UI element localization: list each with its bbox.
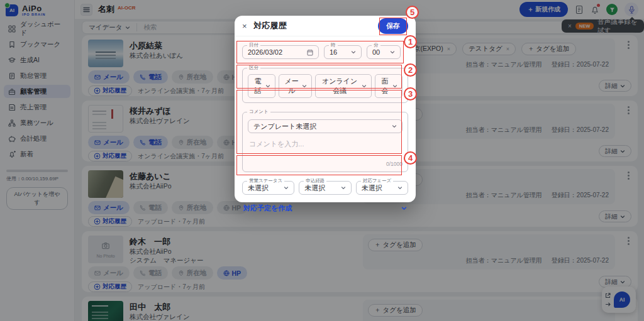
select-label: 申込経路: [304, 178, 326, 184]
対応フェーズ-select[interactable]: 対応フェーズ未選択: [356, 181, 408, 195]
申込経路-select[interactable]: 申込経路未選択: [299, 181, 351, 195]
close-icon[interactable]: ×: [242, 21, 247, 31]
chevron-down-icon: [392, 124, 397, 129]
create-schedule-link[interactable]: 対応予定を作成: [243, 204, 292, 213]
hour-label: 時: [329, 42, 338, 48]
category-fieldset: 区分 電話メールオンライン会議面会: [242, 68, 408, 103]
chevron-down-icon: [362, 84, 367, 89]
chevron-down-icon: [351, 50, 356, 55]
chevron-down-icon[interactable]: [401, 205, 407, 211]
select-value: 未選択: [248, 183, 269, 193]
category-option-メール[interactable]: メール: [279, 74, 312, 98]
date-field[interactable]: 日付 2026/03/02: [242, 45, 319, 59]
chevron-down-icon: [284, 185, 289, 190]
modal-title: 対応履歴: [254, 20, 287, 31]
select-value: 未選択: [362, 183, 382, 193]
chevron-down-icon: [390, 50, 395, 55]
category-option-label: メール: [284, 77, 299, 95]
category-option-label: 面会: [380, 77, 390, 95]
営業ステータス-select[interactable]: 営業ステータス未選択: [242, 181, 294, 195]
minute-label: 分: [372, 42, 380, 48]
category-option-電話[interactable]: 電話: [248, 74, 275, 98]
minute-select[interactable]: 分 00: [367, 45, 401, 59]
hour-value: 16: [330, 48, 337, 56]
category-option-label: 電話: [253, 77, 263, 95]
comment-textarea[interactable]: コメントを入力...: [249, 139, 402, 149]
chevron-down-icon: [265, 84, 270, 89]
chevron-down-icon: [392, 84, 397, 89]
select-label: 営業ステータス: [247, 178, 284, 184]
chevron-down-icon: [302, 84, 307, 89]
app-screen: AI AiPo IPO BRAIN ダッシュボードブックマーク生成AI勤怠管理顧…: [0, 0, 644, 321]
hour-select[interactable]: 時 16: [324, 45, 362, 59]
minute-value: 00: [372, 48, 380, 56]
template-value: テンプレート未選択: [253, 122, 316, 131]
save-button[interactable]: 保存: [378, 18, 408, 34]
select-value: 未選択: [304, 183, 325, 193]
char-counter: 0/1000: [248, 161, 402, 167]
comment-fieldset: コメント テンプレート未選択 コメントを入力... 0/1000: [242, 112, 408, 172]
date-label: 日付: [247, 42, 260, 48]
chevron-down-icon: [341, 185, 346, 190]
response-history-modal: × 対応履歴 保存 日付 2026/03/02 時 16: [235, 16, 416, 202]
template-select[interactable]: テンプレート未選択: [248, 119, 402, 133]
category-option-面会[interactable]: 面会: [375, 74, 402, 98]
calendar-icon[interactable]: [307, 49, 313, 56]
comment-label: コメント: [247, 109, 270, 115]
date-value: 2026/03/02: [248, 48, 282, 56]
category-option-label: オンライン会議: [320, 77, 359, 95]
category-label: 区分: [247, 65, 260, 71]
chevron-down-icon: [397, 185, 402, 190]
category-option-オンライン会議[interactable]: オンライン会議: [315, 74, 372, 98]
select-label: 対応フェーズ: [361, 178, 394, 184]
